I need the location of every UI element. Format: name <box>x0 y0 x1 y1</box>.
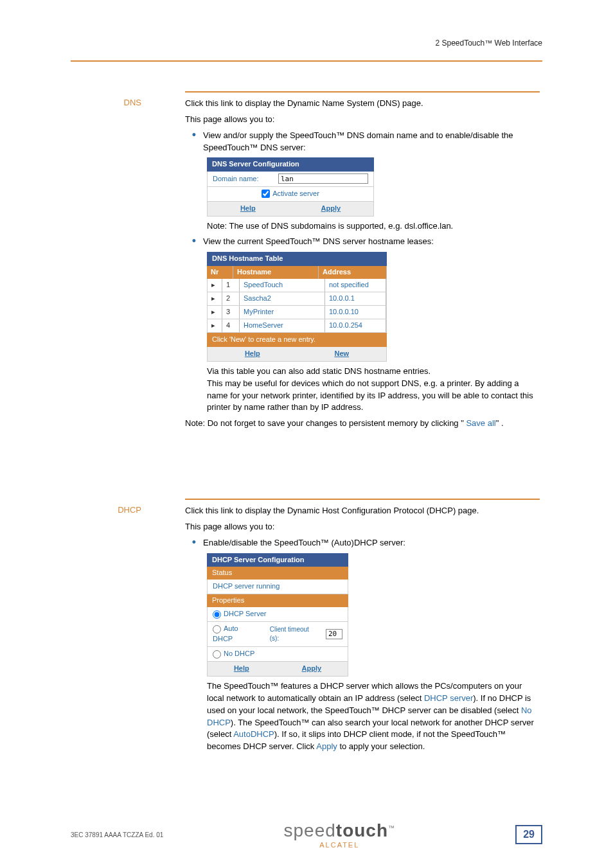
cell-nr: 3 <box>222 306 240 319</box>
dhcp-side-label: DHCP <box>26 505 141 515</box>
dns-note-2: Note: Do not forget to save your changes… <box>185 418 540 430</box>
dhcp-intro-2: This page allows you to: <box>185 521 540 533</box>
cell-addr: not specified <box>325 279 386 292</box>
page-number: 29 <box>515 825 542 844</box>
timeout-label: Client timeout (s): <box>265 623 321 646</box>
dns-note-1: Note: The use of DNS subdomains is suppo… <box>207 220 540 233</box>
domain-name-label: Domain name: <box>208 172 273 186</box>
dns-hostname-table-title: DNS Hostname Table <box>207 252 387 266</box>
section-rule <box>185 91 540 93</box>
timeout-input[interactable] <box>326 629 342 639</box>
cell-host: SpeedTouch <box>240 279 325 292</box>
dhcp-server-link[interactable]: DHCP server <box>424 693 473 703</box>
status-header: Status <box>207 567 348 580</box>
dns-intro-2: This page allows you to: <box>185 114 540 126</box>
properties-header: Properties <box>207 594 348 607</box>
no-dhcp-option: No DHCP <box>224 650 254 657</box>
dns-after-table-1: Via this table you can also add static D… <box>207 366 540 378</box>
hostname-new-link[interactable]: New <box>334 349 349 359</box>
dhcp-bullet-1: Enable/disable the SpeedTouch™ (Auto)DHC… <box>203 537 540 549</box>
dhcp-server-config-box: DHCP Server Configuration Status DHCP se… <box>207 553 348 677</box>
activate-server-label: Activate server <box>272 190 319 197</box>
auto-dhcp-radio[interactable] <box>213 625 221 633</box>
dhcp-cfg-help-link[interactable]: Help <box>234 664 249 674</box>
dns-server-config-box: DNS Server Configuration Domain name: Ac… <box>207 157 374 216</box>
cell-host: MyPrinter <box>240 306 325 319</box>
apply-link[interactable]: Apply <box>316 741 337 751</box>
hostname-help-link[interactable]: Help <box>245 349 260 359</box>
brand-logo: speedtouch™ ALCATEL <box>163 820 515 849</box>
cell-host: HomeServer <box>240 319 325 332</box>
dns-bullet-1: View and/or supply the SpeedTouch™ DNS d… <box>203 130 540 154</box>
bullet-icon: • <box>185 130 203 154</box>
row-arrow-icon: ▸ <box>208 306 222 319</box>
dhcp-intro-1: Click this link to display the Dynamic H… <box>185 505 540 517</box>
dns-bullet-2: View the current SpeedTouch™ DNS server … <box>203 236 540 248</box>
activate-server-checkbox[interactable] <box>262 190 270 198</box>
col-address: Address <box>319 266 387 279</box>
section-rule <box>185 499 540 500</box>
status-value: DHCP server running <box>208 580 285 594</box>
dns-cfg-help-link[interactable]: Help <box>240 204 256 214</box>
cell-host: Sascha2 <box>240 292 325 305</box>
page: 2 SpeedTouch™ Web Interface DNS Click th… <box>0 0 613 868</box>
table-hint: Click 'New' to create a new entry. <box>207 333 387 347</box>
page-footer: 3EC 37891 AAAA TCZZA Ed. 01 speedtouch™ … <box>71 820 542 849</box>
doc-id: 3EC 37891 AAAA TCZZA Ed. 01 <box>71 831 163 838</box>
dhcp-server-config-title: DHCP Server Configuration <box>207 553 348 567</box>
cell-nr: 2 <box>222 292 240 305</box>
dns-hostname-table: DNS Hostname Table Nr Hostname Address ▸… <box>207 252 387 362</box>
dhcp-server-option: DHCP Server <box>224 610 266 617</box>
col-hostname: Hostname <box>233 266 319 279</box>
cell-addr: 10.0.0.1 <box>325 292 386 305</box>
row-arrow-icon: ▸ <box>208 279 222 292</box>
dhcp-server-radio[interactable] <box>213 610 221 619</box>
dns-server-config-title: DNS Server Configuration <box>207 157 374 172</box>
dns-cfg-apply-link[interactable]: Apply <box>321 204 341 214</box>
dhcp-cfg-apply-link[interactable]: Apply <box>302 664 322 674</box>
chapter-header: 2 SpeedTouch™ Web Interface <box>435 39 542 48</box>
cell-addr: 10.0.0.254 <box>325 319 386 332</box>
table-row[interactable]: ▸ 2 Sascha2 10.0.0.1 <box>207 292 387 306</box>
dhcp-paragraph: The SpeedTouch™ features a DHCP server w… <box>207 680 540 753</box>
cell-nr: 1 <box>222 279 240 292</box>
header-rule <box>71 60 542 62</box>
dns-side-label: DNS <box>26 98 141 107</box>
dns-after-table-2: This may be useful for devices which do … <box>207 378 540 414</box>
autodhcp-link[interactable]: AutoDHCP <box>233 729 274 739</box>
save-all-link[interactable]: Save all <box>466 418 495 428</box>
table-row[interactable]: ▸ 4 HomeServer 10.0.0.254 <box>207 319 387 333</box>
cell-addr: 10.0.0.10 <box>325 306 386 319</box>
bullet-icon: • <box>185 236 203 248</box>
row-arrow-icon: ▸ <box>208 292 222 305</box>
table-row[interactable]: ▸ 1 SpeedTouch not specified <box>207 279 387 292</box>
domain-name-input[interactable] <box>278 173 368 184</box>
cell-nr: 4 <box>222 319 240 332</box>
bullet-icon: • <box>185 537 203 549</box>
dns-intro-1: Click this link to display the Dynamic N… <box>185 98 540 110</box>
table-row[interactable]: ▸ 3 MyPrinter 10.0.0.10 <box>207 306 387 319</box>
no-dhcp-radio[interactable] <box>213 650 221 659</box>
row-arrow-icon: ▸ <box>208 319 222 332</box>
col-nr: Nr <box>207 266 233 279</box>
